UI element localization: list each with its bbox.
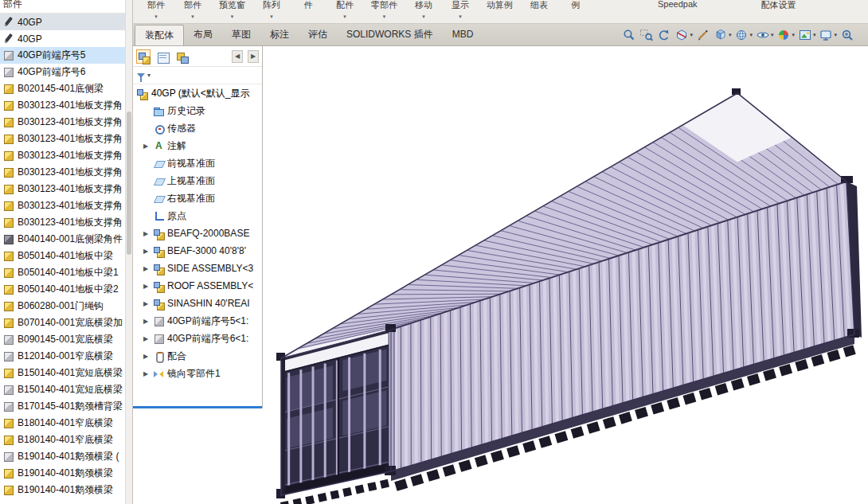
expand-arrow-icon[interactable]: ▶ — [143, 265, 151, 272]
ribbon-button[interactable]: 预览窗 ▼ — [219, 0, 245, 23]
feature-tree-item[interactable]: ▶ BEAFQ-2000BASE — [133, 225, 262, 242]
ribbon-button[interactable]: 件 ▼ — [298, 0, 319, 23]
ribbon-button[interactable]: 移动 ▼ — [413, 0, 434, 23]
feature-tree-item[interactable]: ▶ 40GP前端序号6<1: — [133, 330, 262, 347]
ribbon-button[interactable]: 细表 ▼ — [529, 0, 549, 23]
configurationmanager-tab-icon[interactable] — [174, 49, 189, 64]
zoom-fit-button[interactable] — [621, 26, 637, 44]
command-tab[interactable]: SOLIDWORKS 插件 — [337, 25, 443, 45]
part-list-item[interactable]: B170145-401鹅颈槽背梁 — [0, 398, 126, 415]
part-list-item[interactable]: B030123-401地板支撑角 — [0, 147, 126, 164]
feature-tree-item[interactable]: ▶ 上视基准面 — [133, 172, 262, 189]
part-list-item[interactable]: B030123-401地板支撑角 — [0, 114, 126, 131]
part-list-item[interactable]: B040140-001底侧梁角件 — [0, 231, 126, 248]
feature-tree-item[interactable]: ▶ 历史记录 — [133, 102, 262, 119]
ribbon-button[interactable]: 阵列 ▼ — [261, 0, 282, 23]
part-list-item[interactable]: B030123-401地板支撑角 — [0, 164, 126, 181]
command-tab[interactable]: 草图 — [222, 25, 260, 45]
parts-scrollbar[interactable] — [125, 0, 132, 504]
part-list-item[interactable]: B050140-401地板中梁2 — [0, 281, 126, 298]
ribbon-button[interactable]: 显示 ▼ — [450, 0, 471, 23]
command-tab[interactable]: 装配体 — [135, 25, 184, 45]
part-list-item[interactable]: B150140-401宽短底横梁 — [0, 381, 126, 398]
expand-arrow-icon[interactable]: ▶ — [143, 248, 151, 255]
tree-filter-bar[interactable]: ▾ — [133, 67, 262, 84]
pane-right-arrow-button[interactable]: ▶ — [248, 50, 259, 63]
part-list-item[interactable]: B030123-401地板支撑角 — [0, 131, 126, 147]
filter-caret-icon[interactable]: ▾ — [147, 72, 151, 79]
ribbon-button[interactable]: 零部件 ▼ — [371, 0, 397, 23]
part-list-item[interactable]: B190140-401鹅颈横梁 — [0, 465, 126, 482]
feature-tree-item[interactable]: ▶ 配合 — [133, 347, 262, 365]
command-tab[interactable]: 标注 — [260, 25, 299, 45]
previous-view-button[interactable] — [656, 26, 672, 44]
expand-arrow-icon[interactable]: ▶ — [143, 143, 151, 150]
part-list-item[interactable]: B090145-001宽底横梁 — [0, 331, 126, 348]
feature-tree-item[interactable]: ▶ 注解 — [133, 137, 262, 154]
ribbon-button[interactable]: 部件 ▼ — [146, 0, 166, 23]
part-list-item[interactable]: B190140-401鹅颈横梁 ( — [0, 448, 126, 465]
dynamic-annotation-button[interactable] — [695, 26, 711, 44]
pane-left-arrow-button[interactable]: ◀ — [232, 50, 243, 63]
panel-resize-handle[interactable] — [133, 406, 262, 408]
part-list-item[interactable]: B030123-401地板支撑角 — [0, 214, 126, 231]
hide-show-items-button[interactable]: ▾ — [755, 26, 775, 44]
apply-scene-button[interactable]: ▾ — [797, 26, 817, 44]
expand-arrow-icon[interactable]: ▶ — [143, 353, 151, 360]
feature-tree-item[interactable]: ▶ 镜向零部件1 — [133, 365, 262, 382]
ribbon-button[interactable]: 配件 ▼ — [334, 0, 355, 23]
part-list-item[interactable]: 40GP — [0, 14, 126, 30]
feature-tree-item[interactable]: ▶ SINASHIN 40'REAI — [133, 295, 262, 312]
feature-tree-item[interactable]: ▶ 40GP前端序号5<1: — [133, 312, 262, 330]
ribbon-button[interactable]: 例 ▼ — [565, 0, 586, 23]
scrollbar-thumb[interactable] — [127, 111, 131, 255]
part-list-item[interactable]: B030123-401地板支撑角 — [0, 197, 126, 214]
feature-tree-root[interactable]: 40GP (默认<默认_显示 — [133, 84, 262, 102]
part-list-item[interactable]: B120140-001窄底横梁 — [0, 348, 126, 365]
magnify-button[interactable] — [839, 26, 855, 44]
part-list-item[interactable]: 40GP前端序号5 — [0, 47, 126, 64]
section-view-button[interactable]: ▾ — [674, 26, 694, 44]
command-tab[interactable]: MBD — [443, 25, 483, 45]
feature-tree-item[interactable]: ▶ BEAF-3000 40'8'8' — [133, 242, 262, 260]
edit-appearance-button[interactable]: ▾ — [776, 26, 796, 44]
feature-tree-item[interactable]: ▶ 原点 — [133, 207, 262, 225]
expand-arrow-icon[interactable]: ▶ — [143, 230, 151, 237]
view-orientation-button[interactable]: ▾ — [713, 26, 733, 44]
part-list-item[interactable]: B030123-401地板支撑角 — [0, 97, 126, 114]
expand-arrow-icon[interactable]: ▶ — [143, 300, 151, 307]
featuremanager-tab-icon[interactable] — [136, 49, 151, 64]
ribbon-button[interactable]: 动算例 ▼ — [487, 0, 513, 23]
part-list-item[interactable]: B060280-001门绳钩 — [0, 298, 126, 315]
expand-arrow-icon[interactable]: ▶ — [143, 318, 151, 325]
feature-tree-item[interactable]: ▶ SIDE ASSEMBLY<3 — [133, 260, 262, 277]
expand-arrow-icon[interactable]: ▶ — [143, 370, 151, 377]
ribbon-button[interactable]: Speedpak ▼ — [658, 0, 698, 23]
feature-tree-item[interactable]: ▶ 前视基准面 — [133, 154, 262, 172]
command-tab[interactable]: 布局 — [184, 25, 222, 45]
part-list-item[interactable]: 40GP — [0, 30, 126, 47]
part-list-item[interactable]: B050140-401地板中梁1 — [0, 264, 126, 281]
part-list-item[interactable]: B180140-401窄底横梁 — [0, 432, 126, 448]
propertymanager-tab-icon[interactable] — [155, 49, 170, 64]
part-list-item[interactable]: B180140-401窄底横梁 — [0, 415, 126, 432]
view-settings-button[interactable]: ▾ — [818, 26, 838, 44]
expand-arrow-icon[interactable]: ▶ — [143, 335, 151, 342]
ribbon-button[interactable]: 部件 ▼ — [182, 0, 203, 23]
feature-tree-item[interactable]: ▶ ROOF ASSEMBLY< — [133, 277, 262, 295]
part-list-item[interactable]: B070140-001宽底横梁加 — [0, 315, 126, 331]
part-list-item[interactable]: B020145-401底侧梁 — [0, 80, 126, 97]
zoom-area-button[interactable] — [639, 26, 655, 44]
part-list-item[interactable]: 40GP前端序号6 — [0, 64, 126, 80]
feature-tree-item[interactable]: ▶ 右视基准面 — [133, 189, 262, 207]
ribbon-button[interactable]: 配体设置 ▼ — [761, 0, 796, 23]
display-style-button[interactable]: ▾ — [733, 26, 753, 44]
filter-funnel-icon[interactable] — [137, 73, 145, 78]
expand-arrow-icon[interactable]: ▶ — [143, 283, 151, 290]
part-list-item[interactable]: B190140-401鹅颈横梁 — [0, 482, 126, 498]
command-tab[interactable]: 评估 — [299, 25, 337, 45]
part-list-item[interactable]: B150140-401宽短底横梁 — [0, 365, 126, 381]
part-list-item[interactable]: B050140-401地板中梁 — [0, 248, 126, 264]
feature-tree-item[interactable]: ▶ 传感器 — [133, 119, 262, 137]
part-list-item[interactable]: B030123-401地板支撑角 — [0, 181, 126, 197]
